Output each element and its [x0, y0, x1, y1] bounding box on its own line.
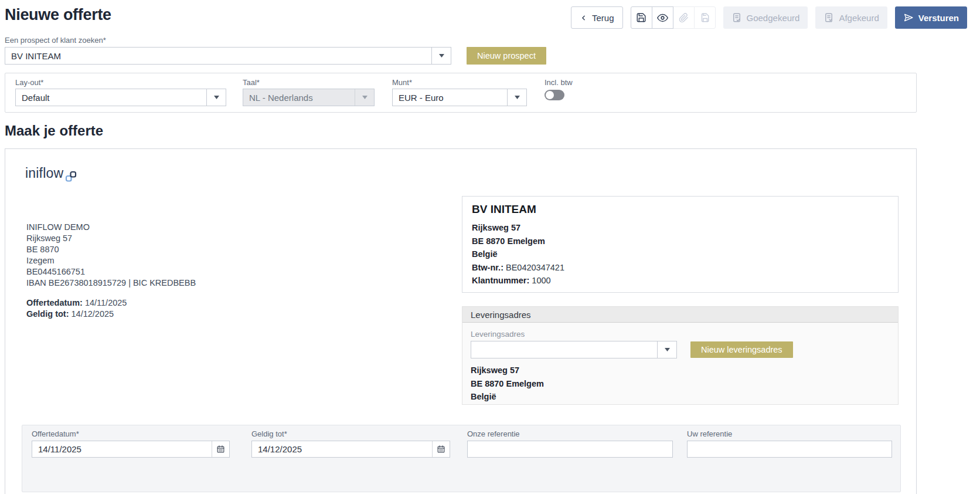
approve-button-label: Goedgekeurd: [747, 13, 800, 23]
prospect-select-value: BV INITEAM: [5, 48, 431, 64]
chevron-down-icon: [355, 89, 374, 106]
save-icon: [636, 12, 646, 23]
company-logo: iniflow: [25, 165, 78, 182]
prospect-select[interactable]: BV INITEAM: [5, 47, 451, 65]
our-reference-field: Onze referentie: [467, 429, 673, 458]
customer-card: BV INITEAM Rijksweg 57 BE 8870 Emelgem B…: [462, 196, 899, 293]
save-button[interactable]: [631, 6, 652, 29]
send-icon: [903, 12, 914, 23]
save-draft-button[interactable]: [694, 6, 716, 29]
send-button[interactable]: Versturen: [895, 6, 967, 29]
vat-field: Incl. btw: [545, 78, 573, 100]
reject-button-label: Afgekeurd: [839, 13, 879, 23]
offer-dates: Offertedatum: 14/11/2025 Geldig tot: 14/…: [26, 297, 196, 320]
seller-postal: BE 8870: [26, 244, 196, 255]
topbar: Nieuwe offerte Terug: [0, 0, 980, 33]
your-reference-label: Uw referentie: [687, 429, 892, 438]
customer-number-value: 1000: [532, 276, 550, 285]
customer-number-label: Klantnummer:: [472, 276, 529, 285]
our-reference-input[interactable]: [468, 441, 672, 457]
reject-button[interactable]: Afgekeurd: [815, 6, 887, 29]
customer-street: Rijksweg 57: [472, 221, 889, 235]
offer-date-field-label: Offertedatum*: [32, 429, 230, 438]
file-check-icon: [731, 12, 742, 23]
document-action-icons: [631, 6, 716, 29]
back-button[interactable]: Terug: [571, 6, 623, 29]
language-select-value: NL - Nederlands: [243, 89, 355, 106]
language-field: Taal* NL - Nederlands: [243, 78, 375, 106]
seller-bank: IBAN BE26738018915729 | BIC KREDBEBB: [26, 278, 196, 289]
eye-icon: [657, 12, 668, 23]
seller-street: Rijksweg 57: [26, 233, 196, 244]
your-reference-field: Uw referentie: [687, 429, 892, 458]
delivery-panel-title: Leveringsadres: [462, 306, 898, 323]
vat-toggle-knob: [546, 91, 554, 99]
seller-city: Izegem: [26, 255, 196, 266]
currency-select-value: EUR - Euro: [393, 89, 507, 106]
language-label: Taal*: [243, 78, 375, 87]
currency-label: Munt*: [392, 78, 527, 87]
send-button-label: Versturen: [918, 13, 959, 23]
delivery-select[interactable]: [471, 341, 677, 358]
chevron-down-icon[interactable]: [431, 48, 451, 64]
offer-preview: iniflow INIFLOW DEMO Rijksweg 57 BE 8870…: [5, 148, 917, 494]
prospect-search-label: Een prospect of klant zoeken*: [5, 36, 980, 45]
delivery-address-panel: Leveringsadres Leveringsadres Nieuw leve…: [462, 306, 899, 405]
delivery-panel-body: Leveringsadres Nieuw leveringsadres Rijk…: [462, 323, 898, 404]
offer-date-label: Offertedatum:: [26, 298, 83, 307]
layout-field: Lay-out* Default: [15, 78, 226, 106]
vat-toggle-label: Incl. btw: [545, 78, 573, 87]
layout-label: Lay-out*: [15, 78, 226, 87]
valid-until-label: Geldig tot:: [26, 309, 69, 319]
currency-select[interactable]: EUR - Euro: [392, 89, 527, 106]
chevron-down-icon[interactable]: [657, 341, 676, 358]
your-reference-input[interactable]: [688, 441, 891, 457]
attachment-button[interactable]: [673, 6, 695, 29]
paperclip-icon: [679, 13, 689, 23]
company-logo-text: iniflow: [25, 165, 63, 181]
customer-vat-label: Btw-nr.:: [472, 263, 503, 272]
link-icon: [65, 171, 78, 182]
layout-select-value: Default: [16, 89, 206, 106]
customer-vat-value: BE0420347421: [506, 263, 564, 272]
prospect-row: BV INITEAM Nieuw prospect: [5, 47, 980, 65]
new-delivery-address-button[interactable]: Nieuw leveringsadres: [690, 341, 793, 358]
file-x-icon: [824, 12, 834, 23]
layout-select[interactable]: Default: [15, 89, 226, 106]
customer-country: België: [472, 248, 889, 261]
seller-name: INIFLOW DEMO: [26, 222, 196, 233]
valid-until-field: Geldig tot*: [251, 429, 450, 458]
header-actions: Terug: [571, 6, 967, 29]
delivery-address: Rijksweg 57 BE 8870 Emelgem België: [471, 364, 890, 404]
back-button-label: Terug: [592, 13, 614, 23]
offer-date-input[interactable]: [32, 441, 212, 457]
calendar-icon[interactable]: [432, 441, 450, 457]
approve-button[interactable]: Goedgekeurd: [723, 6, 808, 29]
delivery-street: Rijksweg 57: [471, 364, 890, 377]
delivery-select-value: [471, 341, 657, 358]
vat-toggle[interactable]: [545, 90, 564, 100]
calendar-icon[interactable]: [212, 441, 229, 457]
seller-info-block: INIFLOW DEMO Rijksweg 57 BE 8870 Izegem …: [26, 222, 196, 320]
valid-until-field-label: Geldig tot*: [251, 429, 450, 438]
chevron-down-icon[interactable]: [206, 89, 226, 106]
delivery-select-label: Leveringsadres: [471, 330, 525, 339]
new-prospect-button[interactable]: Nieuw prospect: [467, 47, 546, 65]
currency-field: Munt* EUR - Euro: [392, 78, 527, 106]
offer-date-field: Offertedatum*: [32, 429, 230, 458]
page-title: Nieuwe offerte: [5, 6, 111, 24]
save-alt-icon: [699, 12, 710, 23]
customer-name: BV INITEAM: [472, 203, 889, 216]
delivery-country: België: [471, 390, 890, 404]
language-select: NL - Nederlands: [243, 89, 375, 106]
seller-vat: BE0445166751: [26, 266, 196, 278]
offer-form-row: Offertedatum* Geldig tot* Onze referenti…: [22, 425, 901, 492]
chevron-down-icon[interactable]: [507, 89, 526, 106]
valid-until-value: 14/12/2025: [72, 309, 114, 319]
valid-until-input[interactable]: [252, 441, 432, 457]
offer-date-value: 14/11/2025: [85, 298, 127, 307]
section-title: Maak je offerte: [5, 123, 980, 139]
our-reference-label: Onze referentie: [467, 429, 673, 438]
settings-panel: Lay-out* Default Taal* NL - Nederlands M…: [5, 73, 917, 113]
preview-button[interactable]: [652, 6, 673, 29]
